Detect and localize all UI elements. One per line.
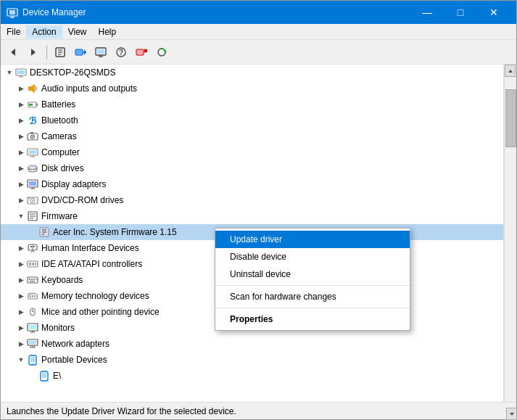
hid-icon [27,242,38,254]
svg-rect-25 [17,70,25,74]
update-driver-toolbar-button[interactable] [71,43,90,62]
root-label: DESKTOP-26QSMDS [30,67,115,78]
svg-rect-57 [30,218,33,219]
batteries-icon [27,99,38,110]
memory-icon [27,290,38,302]
mice-label: Mice and other pointing device [41,307,160,317]
display-toggle[interactable]: ▶ [15,178,27,190]
tree-item-firmware[interactable]: ▼ Firmware [1,208,503,224]
tree-item-audio[interactable]: ▶ Audio inputs and outputs [1,81,503,96]
svg-point-87 [32,310,33,312]
computer-icon [15,67,27,78]
minimize-button[interactable]: — [410,1,444,24]
portable-child-icon [38,370,50,382]
menu-file[interactable]: File [1,25,26,38]
keyboards-toggle[interactable]: ▶ [15,274,27,286]
help-button[interactable]: ? [112,43,131,62]
network-toggle[interactable]: ▶ [15,338,27,350]
audio-label: Audio inputs and outputs [41,83,137,94]
scan-button[interactable] [152,43,171,62]
tree-item-portable-child[interactable]: E\ [1,368,503,384]
ctx-update-driver[interactable]: Update driver [215,231,410,248]
tree-item-computer[interactable]: ▶ Computer [1,144,503,160]
tree-inner: ▼ DESKTOP-26QSMDS ▶ [1,65,503,384]
svg-rect-39 [29,150,36,154]
portable-label: Portable Devices [41,355,107,365]
ctx-uninstall-device[interactable]: Uninstall device [215,265,410,283]
cameras-icon [27,131,38,142]
scrollbar-thumb[interactable] [505,89,516,147]
ide-toggle[interactable]: ▶ [15,258,27,270]
dvd-toggle[interactable]: ▶ [15,194,27,206]
batteries-toggle[interactable]: ▶ [15,99,27,110]
main-content: ▼ DESKTOP-26QSMDS ▶ [1,65,516,402]
back-button[interactable] [4,43,22,62]
memory-toggle[interactable]: ▶ [15,290,27,302]
monitors-label: Monitors [41,323,75,333]
menu-view[interactable]: View [62,25,93,38]
menu-action[interactable]: Action [26,25,62,38]
ctx-separator-1 [215,285,410,286]
firmware-icon [27,210,38,222]
svg-point-36 [32,136,33,138]
audio-toggle[interactable]: ▶ [15,83,27,94]
svg-rect-28 [28,86,31,91]
svg-rect-99 [30,357,35,362]
keyboards-label: Keyboards [41,275,83,285]
svg-rect-79 [30,295,31,297]
monitors-toggle[interactable]: ▶ [15,322,27,334]
svg-point-43 [28,165,37,170]
toolbar: ? [1,40,516,65]
svg-rect-47 [29,181,36,186]
svg-marker-29 [31,84,35,93]
disk-icon [27,162,38,174]
tree-item-bluetooth[interactable]: ▶ ℬ Bluetooth [1,112,503,128]
ctx-separator-2 [215,308,410,308]
bluetooth-label: Bluetooth [41,115,78,125]
close-button[interactable]: ✕ [477,1,510,24]
bluetooth-toggle[interactable]: ▶ [15,115,27,126]
tree-root[interactable]: ▼ DESKTOP-26QSMDS [1,65,503,81]
monitor-button[interactable] [91,43,110,62]
scroll-up-button[interactable] [505,65,516,77]
network-label: Network adapters [41,339,109,349]
forward-button[interactable] [24,43,43,62]
ctx-scan-hardware[interactable]: Scan for hardware changes [215,288,410,305]
display-label: Display adapters [41,179,106,189]
hid-toggle[interactable]: ▶ [15,242,27,254]
svg-rect-37 [30,132,33,133]
ide-label: IDE ATA/ATAPI controllers [41,259,142,269]
vertical-scrollbar[interactable] [504,65,516,402]
tree-item-network[interactable]: ▶ Network adapters [1,336,503,352]
properties-button[interactable] [51,43,70,62]
tree-item-dvd[interactable]: ▶ DVD/CD-ROM drives [1,192,503,208]
svg-rect-64 [30,246,32,247]
tree-item-cameras[interactable]: ▶ Cameras [1,128,503,144]
tree-item-portable[interactable]: ▼ Portable Devices [1,352,503,368]
tree-item-display[interactable]: ▶ Display adapters [1,176,503,192]
bluetooth-icon: ℬ [27,115,38,126]
audio-icon [27,83,38,94]
computer-toggle[interactable]: ▶ [15,147,27,158]
tree-item-disk[interactable]: ▶ Disk drives [1,160,503,176]
tree-item-batteries[interactable]: ▶ Batteries [1,96,503,112]
mice-toggle[interactable]: ▶ [15,306,27,318]
display-icon [27,178,38,190]
root-toggle[interactable]: ▼ [4,67,15,78]
svg-rect-80 [32,295,33,297]
device-tree-panel[interactable]: ▼ DESKTOP-26QSMDS ▶ [1,65,504,402]
menu-help[interactable]: Help [93,25,123,38]
maximize-button[interactable]: □ [444,1,477,24]
svg-rect-77 [30,281,35,282]
ctx-properties[interactable]: Properties [215,310,410,328]
portable-toggle[interactable]: ▼ [15,354,27,366]
uninstall-button[interactable] [132,43,151,62]
svg-rect-74 [31,279,33,280]
ctx-disable-device[interactable]: Disable device [215,248,410,265]
svg-rect-32 [36,104,38,106]
svg-text:ℬ: ℬ [29,115,37,126]
svg-marker-5 [31,49,36,56]
disk-toggle[interactable]: ▶ [15,162,27,174]
cameras-toggle[interactable]: ▶ [15,131,27,142]
firmware-toggle[interactable]: ▼ [15,210,27,222]
